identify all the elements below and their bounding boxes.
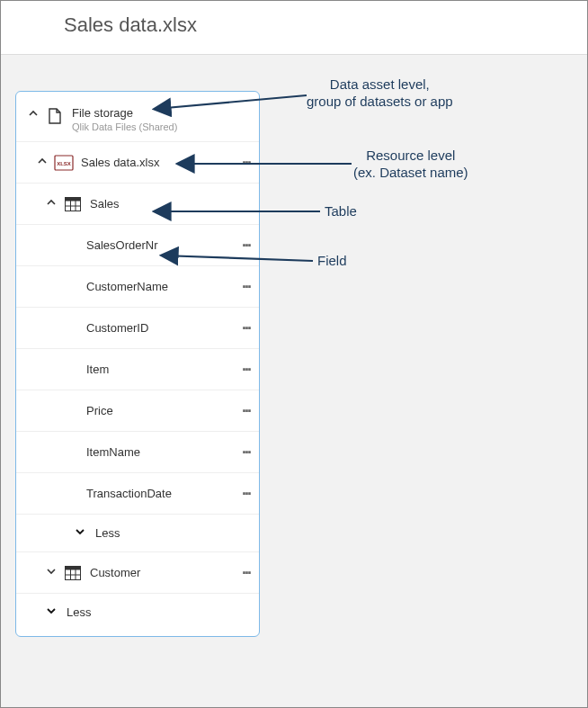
arrow [1,1,588,708]
svg-line-16 [163,255,313,261]
svg-line-13 [156,95,307,109]
